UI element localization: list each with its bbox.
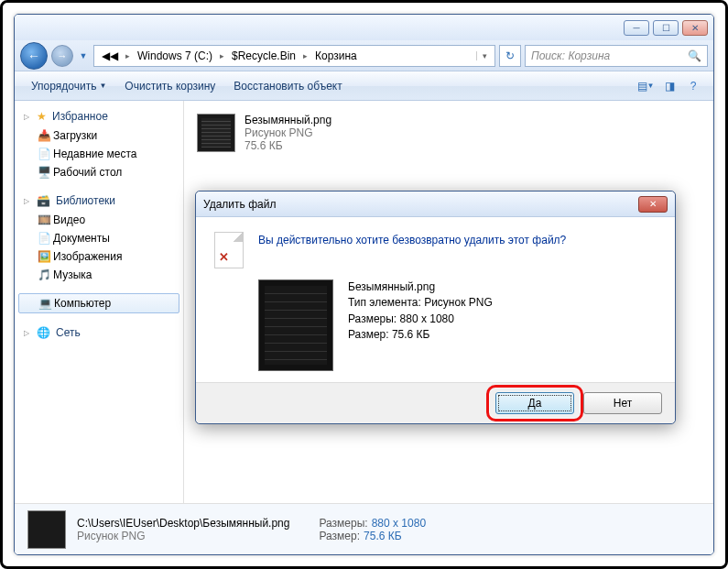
recent-icon: 📄 xyxy=(37,148,51,160)
search-icon: 🔍 xyxy=(688,49,701,62)
delete-confirm-dialog: Удалить файл ✕ Вы действительно хотите б… xyxy=(195,191,676,424)
yes-button[interactable]: Да xyxy=(495,392,574,414)
dialog-file-name: Безымянный.png xyxy=(348,279,493,295)
breadcrumb-seg-2[interactable]: $Recycle.Bin xyxy=(226,49,301,62)
file-size: 75.6 КБ xyxy=(244,139,331,152)
no-button[interactable]: Нет xyxy=(583,392,662,414)
network-icon: 🌐 xyxy=(37,326,50,339)
details-pane: C:\Users\IEUser\Desktop\Безымянный.png Р… xyxy=(15,503,713,554)
nav-back-button[interactable]: ← xyxy=(20,42,48,70)
pictures-icon: 🖼️ xyxy=(37,250,51,263)
details-type: Рисунок PNG xyxy=(77,530,289,542)
titlebar: ─ ☐ ✕ xyxy=(15,15,713,40)
sidebar-item-documents[interactable]: 📄Документы xyxy=(15,229,183,247)
file-item[interactable]: Безымянный.png Рисунок PNG 75.6 КБ xyxy=(193,110,486,156)
sidebar-network-head[interactable]: 🌐Сеть xyxy=(15,323,183,343)
nav-history-dropdown[interactable]: ▼ xyxy=(77,51,90,60)
dialog-titlebar[interactable]: Удалить файл ✕ xyxy=(196,191,675,217)
desktop-icon: 🖥️ xyxy=(37,166,51,179)
sidebar-item-music[interactable]: 🎵Музыка xyxy=(15,266,183,284)
search-placeholder: Поиск: Корзина xyxy=(531,49,610,62)
documents-icon: 📄 xyxy=(37,232,51,245)
sidebar-item-computer[interactable]: 💻Компьютер xyxy=(18,293,179,313)
sidebar-item-pictures[interactable]: 🖼️Изображения xyxy=(15,247,183,266)
address-dropdown[interactable]: ▾ xyxy=(476,51,493,60)
toolbar: Упорядочить ▼ Очистить корзину Восстанов… xyxy=(15,71,713,101)
dialog-file-dims: Размеры: 880 x 1080 xyxy=(348,312,493,327)
sidebar: ★Избранное 📥Загрузки 📄Недавние места 🖥️Р… xyxy=(15,101,184,503)
details-thumbnail xyxy=(27,510,66,549)
delete-file-icon xyxy=(214,232,244,268)
search-box[interactable]: Поиск: Корзина 🔍 xyxy=(525,45,708,67)
organize-button[interactable]: Упорядочить ▼ xyxy=(24,76,114,96)
details-path: C:\Users\IEUser\Desktop\Безымянный.png xyxy=(77,517,289,530)
help-button[interactable]: ? xyxy=(682,76,704,96)
address-bar[interactable]: ◀◀ ▸ Windows 7 (C:) ▸ $Recycle.Bin ▸ Кор… xyxy=(93,45,495,67)
maximize-button[interactable]: ☐ xyxy=(653,20,679,36)
sidebar-libraries-head[interactable]: 🗃️Библиотеки xyxy=(15,191,183,211)
preview-pane-button[interactable]: ◨ xyxy=(658,76,680,96)
dialog-file-type: Тип элемента: Рисунок PNG xyxy=(348,295,493,311)
file-name: Безымянный.png xyxy=(244,114,331,126)
refresh-button[interactable]: ↻ xyxy=(499,45,521,67)
file-type: Рисунок PNG xyxy=(244,126,331,139)
computer-icon: 💻 xyxy=(38,297,52,310)
sidebar-item-desktop[interactable]: 🖥️Рабочий стол xyxy=(15,163,183,181)
file-thumbnail xyxy=(197,114,235,152)
sidebar-favorites-head[interactable]: ★Избранное xyxy=(15,106,183,126)
close-button[interactable]: ✕ xyxy=(682,20,708,36)
dialog-question: Вы действительно хотите безвозвратно уда… xyxy=(258,232,657,246)
breadcrumb-back[interactable]: ◀◀ xyxy=(96,49,124,62)
chevron-down-icon: ▼ xyxy=(99,82,106,90)
sidebar-item-videos[interactable]: 🎞️Видео xyxy=(15,211,183,229)
breadcrumb-seg-3[interactable]: Корзина xyxy=(310,49,363,62)
navbar: ← → ▼ ◀◀ ▸ Windows 7 (C:) ▸ $Recycle.Bin… xyxy=(15,40,713,71)
empty-recycle-button[interactable]: Очистить корзину xyxy=(117,76,223,96)
restore-button[interactable]: Восстановить объект xyxy=(226,76,349,96)
dialog-file-size: Размер: 75.6 КБ xyxy=(348,327,493,343)
music-icon: 🎵 xyxy=(37,268,51,281)
breadcrumb-seg-1[interactable]: Windows 7 (C:) xyxy=(132,49,218,62)
nav-forward-button[interactable]: → xyxy=(51,45,73,67)
minimize-button[interactable]: ─ xyxy=(624,20,649,36)
dialog-title: Удалить файл xyxy=(203,198,276,211)
videos-icon: 🎞️ xyxy=(37,213,51,226)
dialog-thumbnail xyxy=(258,279,333,371)
dialog-close-button[interactable]: ✕ xyxy=(638,196,668,213)
sidebar-item-downloads[interactable]: 📥Загрузки xyxy=(15,126,183,145)
downloads-icon: 📥 xyxy=(37,129,51,142)
sidebar-item-recent[interactable]: 📄Недавние места xyxy=(15,145,183,163)
view-mode-button[interactable]: ▤ ▼ xyxy=(635,76,657,96)
